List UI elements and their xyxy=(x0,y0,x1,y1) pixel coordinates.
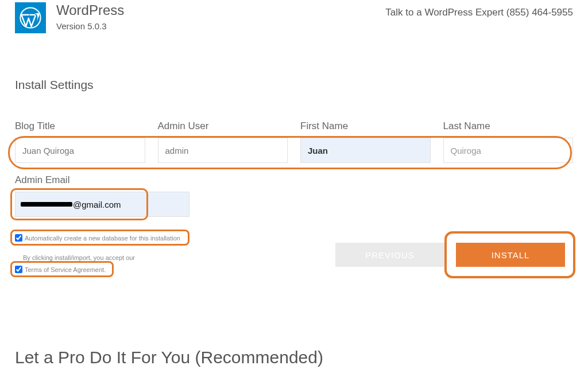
input-first-name[interactable] xyxy=(300,138,431,163)
label-last-name: Last Name xyxy=(443,121,574,132)
field-admin-email: Admin Email xyxy=(15,174,141,217)
fields-row-2: Admin Email xyxy=(15,174,573,217)
email-box xyxy=(15,192,141,217)
brand-text: WordPress Version 5.0.3 xyxy=(56,2,124,31)
redacted-email-user xyxy=(21,202,72,207)
label-tos: Terms of Service Agreement. xyxy=(25,266,106,273)
field-first-name: First Name xyxy=(300,121,431,163)
pro-section-heading: Let a Pro Do It For You (Recommended) xyxy=(15,348,588,367)
label-first-name: First Name xyxy=(300,121,431,132)
input-blog-title[interactable] xyxy=(15,138,145,163)
contact-link[interactable]: Talk to a WordPress Expert (855) 464-595… xyxy=(385,2,573,18)
input-admin-user[interactable] xyxy=(158,138,288,163)
field-last-name: Last Name xyxy=(443,121,574,163)
label-blog-title: Blog Title xyxy=(15,121,145,132)
install-button-wrap: INSTALL xyxy=(456,243,565,267)
brand-block: WordPress Version 5.0.3 xyxy=(15,2,124,33)
label-admin-user: Admin User xyxy=(158,121,288,132)
brand-version: Version 5.0.3 xyxy=(56,21,124,31)
page-header: WordPress Version 5.0.3 Talk to a WordPr… xyxy=(0,0,588,33)
field-blog-title: Blog Title xyxy=(15,121,145,163)
brand-name: WordPress xyxy=(56,2,124,19)
fields-row-1: Blog Title Admin User First Name Last Na… xyxy=(15,121,573,163)
checkbox-tos[interactable] xyxy=(15,266,22,273)
checkbox-auto-database-row[interactable]: Automatically create a new database for … xyxy=(15,234,573,242)
section-title: Install Settings xyxy=(15,78,588,92)
wordpress-logo-icon xyxy=(15,2,46,33)
svg-rect-1 xyxy=(21,14,29,15)
wordpress-icon xyxy=(19,6,42,29)
label-auto-database: Automatically create a new database for … xyxy=(25,235,180,242)
input-last-name[interactable] xyxy=(443,138,574,163)
nav-buttons: PREVIOUS INSTALL xyxy=(335,243,565,267)
previous-button[interactable]: PREVIOUS xyxy=(335,243,444,267)
checkbox-auto-database[interactable] xyxy=(15,234,22,242)
svg-rect-2 xyxy=(29,14,35,15)
install-button[interactable]: INSTALL xyxy=(456,243,565,267)
field-admin-user: Admin User xyxy=(158,121,288,163)
label-admin-email: Admin Email xyxy=(15,174,141,186)
